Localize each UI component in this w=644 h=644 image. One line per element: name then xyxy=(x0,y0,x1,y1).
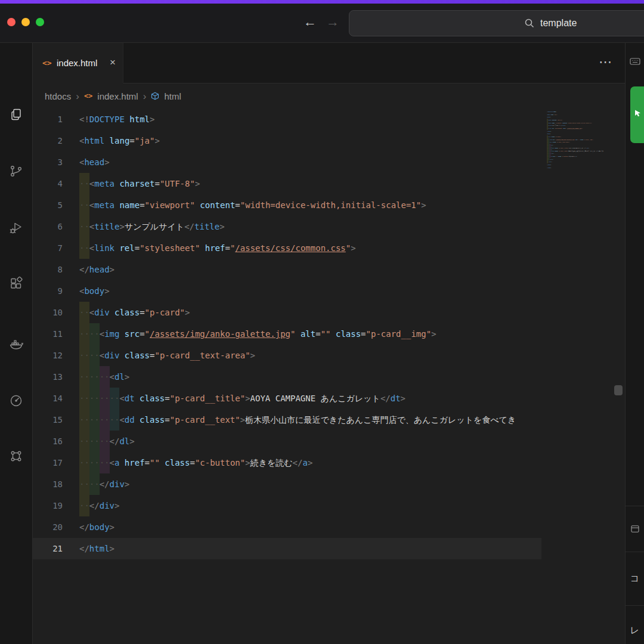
line-number[interactable]: 7 xyxy=(33,237,79,259)
code-line[interactable]: 10··<div class="p-card"> xyxy=(33,302,625,323)
code-token: > xyxy=(556,114,557,115)
code-token: class xyxy=(114,308,140,317)
code-line[interactable]: 5··<meta name="viewport" content="width=… xyxy=(33,194,625,216)
keyboard-icon[interactable] xyxy=(629,55,641,67)
breadcrumb-folder[interactable]: htdocs xyxy=(45,91,71,101)
line-number[interactable]: 16 xyxy=(33,431,79,452)
back-button[interactable]: ← xyxy=(300,4,320,43)
indent-guide: ·· xyxy=(100,409,110,431)
command-center-search[interactable]: template xyxy=(349,10,644,36)
code-line[interactable]: 17······<a href="" class="c-button">続きを読… xyxy=(33,452,625,473)
dots-grid-icon[interactable] xyxy=(9,449,23,463)
line-number[interactable]: 1 xyxy=(33,109,79,130)
line-number[interactable]: 21 xyxy=(33,538,79,559)
panel-tab-re[interactable]: レ xyxy=(626,605,644,644)
panel-tab-ko[interactable]: コ xyxy=(626,552,644,605)
code-token: name xyxy=(119,200,140,210)
code-line[interactable]: 14········<dt class="p-card__title">AOYA… xyxy=(33,388,625,409)
code-line[interactable]: 12····<div class="p-card__text-area"> xyxy=(33,345,625,366)
code-token xyxy=(119,351,124,360)
line-number[interactable]: 2 xyxy=(33,130,79,151)
code-line[interactable]: 1<!DOCTYPE html> xyxy=(33,109,625,130)
code-line[interactable]: 16······</dl> xyxy=(33,431,625,452)
code-line[interactable]: 20</body> xyxy=(33,516,625,538)
breadcrumb-file[interactable]: index.html xyxy=(97,91,138,101)
line-number[interactable]: 18 xyxy=(33,473,79,495)
scrollbar-thumb[interactable] xyxy=(614,385,623,395)
extensions-icon[interactable] xyxy=(9,276,23,290)
code-token: < xyxy=(119,394,124,403)
code-line[interactable]: 9<body> xyxy=(33,280,625,302)
gauge-icon[interactable] xyxy=(9,394,23,408)
code-line[interactable]: 11····<img src="/assets/img/anko-galette… xyxy=(33,323,625,345)
panel-tab-window[interactable] xyxy=(626,506,644,552)
explorer-icon[interactable] xyxy=(9,107,23,122)
close-window-button[interactable] xyxy=(7,18,16,26)
code-line[interactable]: 18····</div> xyxy=(33,473,625,495)
line-number[interactable]: 4 xyxy=(33,173,79,194)
code-line[interactable]: 19··</div> xyxy=(33,495,625,516)
indent-guide: ·· xyxy=(79,216,89,237)
line-number[interactable]: 20 xyxy=(33,516,79,538)
zoom-window-button[interactable] xyxy=(36,18,44,26)
vscode-window: ← → template xyxy=(0,0,644,644)
code-line[interactable]: 13······<dl> xyxy=(33,366,625,388)
code-token: "width=device-width,initial-scale=1" xyxy=(568,122,591,123)
tab-index-html[interactable]: <> index.html × xyxy=(33,43,123,83)
line-number[interactable]: 11 xyxy=(33,323,79,345)
close-tab-icon[interactable]: × xyxy=(106,43,120,83)
code-line[interactable]: 7··<link rel="stylesheet" href="/assets/… xyxy=(33,237,625,259)
code-editor[interactable]: 1<!DOCTYPE html>2<html lang="ja">3<head>… xyxy=(33,109,625,644)
code-token: rel xyxy=(119,243,134,253)
code-token: class xyxy=(140,394,165,403)
minimap[interactable]: <!DOCTYPE html><html lang="ja"><head>··<… xyxy=(541,109,625,644)
code-token: meta xyxy=(94,179,114,188)
code-token: html xyxy=(84,136,104,145)
docker-icon[interactable] xyxy=(9,337,23,351)
code-token: dt xyxy=(391,394,401,403)
source-control-icon[interactable] xyxy=(9,164,23,178)
forward-button[interactable]: → xyxy=(323,4,343,43)
code-line[interactable]: 8</head> xyxy=(33,259,625,280)
go-live-button[interactable] xyxy=(630,86,644,143)
code-token: </ xyxy=(293,458,303,467)
code-token: </ xyxy=(89,501,100,510)
line-number[interactable]: 6 xyxy=(33,216,79,237)
code-token: </ xyxy=(79,265,89,274)
tab-label: index.html xyxy=(57,43,97,83)
code-token: > xyxy=(245,458,250,467)
code-token: > xyxy=(552,162,552,163)
code-token: > xyxy=(240,415,245,425)
line-number[interactable]: 19 xyxy=(33,495,79,516)
cube-symbol-icon xyxy=(151,92,159,100)
line-number[interactable]: 5 xyxy=(33,194,79,216)
line-number[interactable]: 3 xyxy=(33,151,79,173)
line-number[interactable]: 14 xyxy=(33,388,79,409)
line-number[interactable]: 9 xyxy=(33,280,79,302)
code-line[interactable]: 6··<title>サンプルサイト</title> xyxy=(33,216,625,237)
code-token: "UTF-8" xyxy=(160,179,195,188)
run-and-debug-icon[interactable] xyxy=(9,221,23,235)
code-token: /assets/css/common.css xyxy=(567,128,581,129)
code-line[interactable]: 21</html> xyxy=(33,538,625,559)
breadcrumb-symbol[interactable]: html xyxy=(164,91,181,101)
more-actions-icon[interactable]: ⋯ xyxy=(599,43,613,83)
search-text: template xyxy=(540,11,577,36)
line-number[interactable]: 12 xyxy=(33,345,79,366)
line-number[interactable]: 13 xyxy=(33,366,79,388)
code-line[interactable]: 4··<meta charset="UTF-8"> xyxy=(33,173,625,194)
code-token xyxy=(119,458,124,467)
code-line[interactable]: 3<head> xyxy=(33,151,625,173)
indent-guide: ·· xyxy=(79,431,89,452)
code-line[interactable]: 15········<dd class="p-card__text">栃木県小山… xyxy=(33,409,625,431)
code-token xyxy=(110,308,114,317)
code-token: > xyxy=(421,200,426,210)
minimize-window-button[interactable] xyxy=(21,18,30,26)
line-number[interactable]: 10 xyxy=(33,302,79,323)
indent-guide: ·· xyxy=(89,452,100,473)
line-number[interactable]: 15 xyxy=(33,409,79,431)
line-number[interactable]: 8 xyxy=(33,259,79,280)
code-line[interactable]: 2<html lang="ja"> xyxy=(33,130,625,151)
line-number[interactable]: 17 xyxy=(33,452,79,473)
code-token: div xyxy=(104,351,119,360)
